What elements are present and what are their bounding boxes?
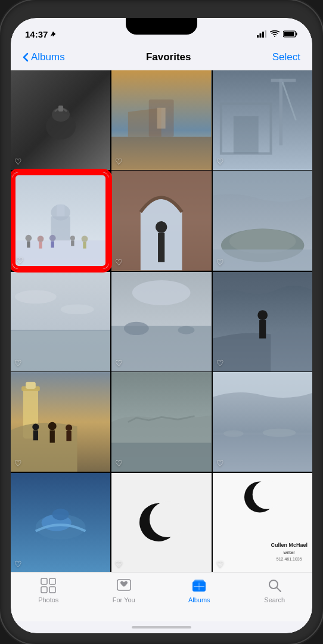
svg-rect-80 bbox=[41, 578, 47, 584]
photo-cell-15[interactable]: Cullen McHael writer 512.461.1035 ♡ bbox=[213, 473, 312, 572]
select-button[interactable]: Select bbox=[272, 51, 300, 63]
photo-cell-2[interactable]: ♡ bbox=[111, 70, 211, 170]
svg-rect-82 bbox=[41, 587, 47, 593]
photo-1-decoration bbox=[37, 97, 85, 144]
battery-icon bbox=[283, 30, 298, 38]
svg-point-33 bbox=[82, 236, 88, 243]
photo-cell-12[interactable]: ♡ bbox=[213, 372, 312, 472]
svg-rect-32 bbox=[71, 241, 74, 246]
photo-cell-8[interactable]: ♡ bbox=[111, 272, 211, 371]
svg-rect-16 bbox=[271, 79, 296, 82]
photo-inner-10 bbox=[11, 372, 110, 472]
svg-point-79 bbox=[253, 480, 282, 509]
photo-inner-15: Cullen McHael writer 512.461.1035 bbox=[213, 473, 312, 572]
tab-albums-label: Albums bbox=[188, 596, 210, 603]
svg-point-47 bbox=[61, 304, 94, 314]
photo-inner-8 bbox=[111, 272, 211, 371]
svg-rect-86 bbox=[194, 580, 204, 582]
status-time: 14:37 bbox=[25, 29, 56, 39]
svg-rect-44 bbox=[11, 330, 110, 371]
photo-cell-13[interactable]: ♡ bbox=[11, 473, 110, 572]
svg-point-75 bbox=[52, 509, 69, 521]
svg-point-70 bbox=[262, 429, 296, 437]
tab-photos-label: Photos bbox=[38, 596, 58, 603]
svg-point-51 bbox=[178, 326, 195, 334]
photo-cell-10[interactable]: ♡ bbox=[11, 372, 110, 472]
svg-rect-2 bbox=[262, 32, 264, 38]
svg-rect-26 bbox=[27, 242, 30, 248]
svg-rect-59 bbox=[26, 382, 36, 389]
photo-cell-4[interactable]: ♡ bbox=[11, 171, 110, 270]
photo-12-scene bbox=[213, 372, 312, 472]
wifi-icon bbox=[270, 30, 279, 38]
tab-albums[interactable]: Albums bbox=[178, 577, 220, 603]
heart-icon-8: ♡ bbox=[115, 358, 123, 368]
svg-rect-49 bbox=[111, 326, 211, 371]
photo-cell-1[interactable]: ♡ bbox=[11, 70, 110, 170]
svg-rect-54 bbox=[259, 320, 266, 339]
photo-13-scene bbox=[11, 473, 110, 572]
svg-point-50 bbox=[124, 321, 149, 335]
crescent-moon-1 bbox=[138, 499, 185, 546]
photo-inner-6 bbox=[213, 171, 312, 270]
photo-inner-14 bbox=[111, 473, 211, 572]
heart-icon-11: ♡ bbox=[115, 459, 123, 468]
tab-search[interactable]: Search bbox=[254, 577, 296, 603]
photo-cell-9[interactable]: ♡ bbox=[213, 272, 312, 371]
chevron-left-icon bbox=[23, 52, 29, 62]
screen-content: 14:37 bbox=[11, 18, 312, 633]
tab-for-you[interactable]: For You bbox=[103, 577, 145, 603]
svg-point-77 bbox=[150, 501, 185, 537]
svg-point-29 bbox=[49, 235, 56, 242]
photo-cell-5[interactable]: ♡ bbox=[111, 171, 211, 270]
photo-5-scene bbox=[111, 171, 211, 270]
svg-point-60 bbox=[48, 422, 57, 431]
photo-6-scene bbox=[213, 171, 312, 270]
svg-rect-11 bbox=[111, 137, 211, 171]
heart-icon-5: ♡ bbox=[115, 258, 123, 267]
nav-bar: Albums Favorites Select bbox=[11, 44, 312, 70]
photo-inner-5 bbox=[111, 171, 211, 270]
photo-4-scene bbox=[13, 172, 108, 268]
svg-point-64 bbox=[32, 424, 39, 431]
crescent-moon-2 bbox=[241, 478, 283, 516]
photo-inner-12 bbox=[213, 372, 312, 472]
signal-bars-icon bbox=[257, 30, 266, 38]
svg-rect-9 bbox=[58, 106, 63, 112]
svg-rect-69 bbox=[213, 435, 312, 472]
photo-cell-7[interactable]: ♡ bbox=[11, 272, 110, 371]
svg-point-38 bbox=[156, 221, 167, 233]
photo-grid-icon bbox=[40, 577, 57, 594]
photo-cell-6[interactable]: ♡ bbox=[213, 171, 312, 270]
heart-icon-3: ♡ bbox=[216, 157, 224, 166]
svg-rect-0 bbox=[257, 35, 259, 38]
photo-inner-9 bbox=[213, 272, 312, 371]
svg-line-91 bbox=[277, 587, 281, 592]
photo-3-scene bbox=[213, 70, 312, 170]
svg-point-71 bbox=[223, 431, 243, 437]
photo-grid: ♡ bbox=[11, 70, 312, 572]
page-title: Favorites bbox=[146, 51, 191, 63]
svg-point-25 bbox=[26, 235, 32, 242]
photo-cell-3[interactable]: ♡ bbox=[213, 70, 312, 170]
heart-icon-10: ♡ bbox=[14, 459, 22, 468]
photo-7-scene bbox=[11, 272, 110, 371]
svg-rect-19 bbox=[234, 116, 259, 154]
svg-point-46 bbox=[15, 290, 57, 303]
phone-device: 14:37 bbox=[0, 0, 323, 644]
heart-card-icon bbox=[116, 577, 132, 594]
svg-rect-67 bbox=[111, 443, 211, 472]
business-card-name: Cullen McHael bbox=[271, 541, 308, 550]
svg-point-55 bbox=[257, 310, 268, 320]
photo-cell-11[interactable]: ♡ bbox=[111, 372, 211, 472]
back-button[interactable]: Albums bbox=[23, 51, 65, 63]
home-indicator bbox=[132, 626, 191, 628]
heart-icon-6: ♡ bbox=[216, 258, 224, 267]
svg-rect-1 bbox=[260, 33, 262, 38]
photo-cell-14[interactable]: ♡ bbox=[111, 473, 211, 572]
home-indicator-area bbox=[11, 621, 312, 633]
heart-icon-4: ♡ bbox=[16, 256, 24, 265]
tab-photos[interactable]: Photos bbox=[27, 577, 69, 603]
svg-rect-63 bbox=[66, 431, 71, 441]
heart-icon-9: ♡ bbox=[216, 358, 224, 368]
